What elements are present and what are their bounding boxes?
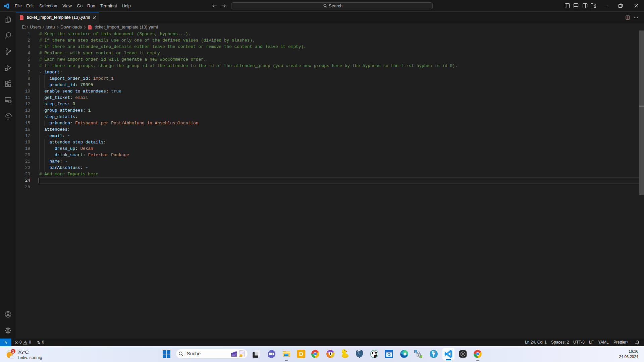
svg-text:D: D <box>299 351 303 357</box>
svg-text:1: 1 <box>388 353 390 356</box>
